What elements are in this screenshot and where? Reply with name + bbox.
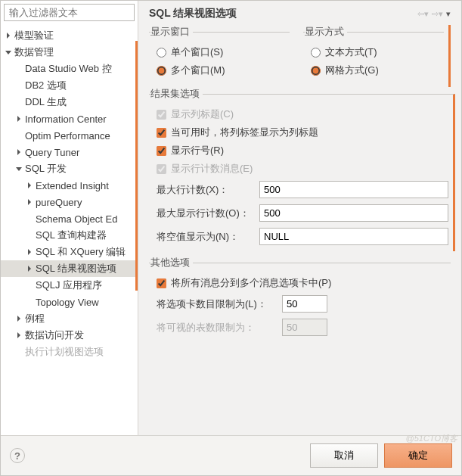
- tree-item-label: 数据访问开发: [25, 328, 84, 342]
- tree-item-label: 执行计划视图选项: [25, 345, 104, 359]
- twisty-none: [14, 131, 23, 140]
- twisty-closed-icon[interactable]: [4, 31, 13, 40]
- menu-icon[interactable]: ▾: [446, 9, 451, 19]
- show-row-count-msg-label: 显示行计数消息(E): [171, 162, 253, 176]
- twisty-closed-icon[interactable]: [14, 314, 23, 323]
- tree-item-label: Schema Object Ed: [36, 213, 117, 225]
- tree-item[interactable]: DB2 选项: [1, 77, 138, 94]
- twisty-none: [25, 231, 34, 240]
- text-mode-label: 文本方式(T): [325, 45, 377, 59]
- tree-item[interactable]: 数据访问开发: [1, 327, 138, 344]
- other-options-legend: 其他选项: [150, 256, 193, 269]
- twisty-none: [14, 81, 23, 90]
- show-col-headers-check: [157, 110, 166, 120]
- null-display-input[interactable]: [259, 228, 448, 245]
- max-row-count-label: 最大行计数(X)：: [157, 183, 255, 197]
- show-col-headers-label: 显示列标题(C): [171, 107, 234, 121]
- cancel-button[interactable]: 取消: [310, 443, 378, 468]
- tree-item[interactable]: Query Tuner: [1, 144, 138, 160]
- twisty-none: [14, 98, 23, 107]
- twisty-closed-icon[interactable]: [25, 264, 34, 273]
- twisty-none: [25, 214, 34, 223]
- tree-item-label: Query Tuner: [25, 147, 79, 158]
- tree-item[interactable]: SQL 查询构建器: [1, 227, 138, 244]
- tree-item-label: DB2 选项: [25, 79, 67, 92]
- tree-item-label: DDL 生成: [25, 95, 67, 109]
- show-row-numbers-check[interactable]: [157, 146, 166, 156]
- display-window-legend: 显示窗口: [150, 25, 193, 39]
- split-messages-check[interactable]: [157, 278, 166, 288]
- tree-item-label: SQL 查询构建器: [36, 229, 107, 242]
- forward-icon[interactable]: ⇨▾: [432, 9, 443, 19]
- twisty-closed-icon[interactable]: [14, 114, 23, 123]
- tree-item-label: 数据管理: [14, 45, 54, 59]
- nav-history: ⇦▾ ⇨▾ ▾: [417, 9, 451, 19]
- filter-input[interactable]: [8, 6, 138, 19]
- visible-table-limit-label: 将可视的表数限制为：: [157, 321, 278, 334]
- tree-item-label: SQL 开发: [25, 162, 67, 176]
- content-pane: SQL 结果视图选项 ⇦▾ ⇨▾ ▾ 显示窗口 单个窗口(S) 多个窗口(M) …: [138, 1, 461, 435]
- preferences-tree[interactable]: 模型验证数据管理Data Studio Web 控DB2 选项DDL 生成Inf…: [1, 24, 138, 435]
- tree-item[interactable]: SQL 和 XQuery 编辑: [1, 244, 138, 260]
- single-window-radio[interactable]: [157, 48, 166, 58]
- text-mode-radio[interactable]: [311, 48, 321, 58]
- tree-item[interactable]: 执行计划视图选项: [1, 344, 138, 360]
- grid-mode-label: 网格方式(G): [325, 64, 379, 77]
- display-mode-group: 显示方式 文本方式(T) 网格方式(G): [303, 25, 444, 82]
- tree-item-label: Optim Performance: [25, 130, 110, 142]
- grid-mode-radio[interactable]: [311, 66, 321, 76]
- tab-limit-label: 将选项卡数目限制为(L)：: [157, 297, 278, 311]
- tree-item[interactable]: pureQuery: [1, 194, 138, 210]
- tree-item-label: 例程: [25, 312, 45, 325]
- visible-table-limit-input: [282, 319, 327, 336]
- tree-item-label: SQLJ 应用程序: [36, 278, 102, 292]
- max-row-count-input[interactable]: [259, 181, 448, 198]
- tree-item[interactable]: SQL 开发: [1, 160, 138, 177]
- tree-item[interactable]: 数据管理: [1, 44, 138, 61]
- tree-item[interactable]: DDL 生成: [1, 94, 138, 110]
- tree-item[interactable]: SQLJ 应用程序: [1, 277, 138, 294]
- watermark: @51CTO博客: [406, 433, 457, 444]
- help-icon[interactable]: ?: [10, 448, 25, 463]
- tab-limit-input[interactable]: [282, 295, 327, 313]
- display-window-group: 显示窗口 单个窗口(S) 多个窗口(M): [149, 25, 290, 82]
- tree-item[interactable]: Extended Insight: [1, 177, 138, 194]
- back-icon[interactable]: ⇦▾: [417, 9, 429, 19]
- twisty-closed-icon[interactable]: [25, 247, 34, 257]
- preferences-tree-sidebar: 模型验证数据管理Data Studio Web 控DB2 选项DDL 生成Inf…: [1, 1, 138, 435]
- split-messages-label: 将所有消息分到多个消息选项卡中(P): [171, 276, 331, 290]
- tree-item[interactable]: Data Studio Web 控: [1, 61, 138, 77]
- tree-item[interactable]: Schema Object Ed: [1, 210, 138, 227]
- tree-item-label: Information Center: [25, 114, 107, 125]
- single-window-label: 单个窗口(S): [171, 45, 223, 59]
- filter-box[interactable]: [4, 4, 135, 21]
- max-display-row-count-label: 最大显示行计数(O)：: [157, 207, 255, 220]
- tree-item[interactable]: Optim Performance: [1, 127, 138, 144]
- tree-item[interactable]: Topology View: [1, 294, 138, 310]
- twisty-none: [14, 64, 23, 73]
- page-title: SQL 结果视图选项: [149, 7, 237, 20]
- tree-item-label: SQL 结果视图选项: [36, 262, 116, 275]
- resultset-group: 结果集选项 显示列标题(C) 当可用时，将列标签显示为列标题 显示行号(R) 显…: [149, 87, 455, 251]
- twisty-closed-icon[interactable]: [14, 148, 23, 157]
- twisty-open-icon[interactable]: [4, 48, 13, 57]
- other-options-group: 其他选项 将所有消息分到多个消息选项卡中(P) 将选项卡数目限制为(L)： 将可…: [149, 256, 451, 342]
- twisty-none: [25, 297, 34, 306]
- max-display-row-count-input[interactable]: [259, 204, 448, 222]
- tree-item[interactable]: 例程: [1, 310, 138, 327]
- resultset-legend: 结果集选项: [150, 87, 203, 101]
- labels-as-headers-check[interactable]: [157, 128, 166, 138]
- twisty-closed-icon[interactable]: [25, 198, 34, 207]
- tree-item[interactable]: 模型验证: [1, 27, 138, 44]
- tree-item-label: 模型验证: [14, 29, 54, 42]
- tree-item[interactable]: Information Center: [1, 110, 138, 127]
- twisty-closed-icon[interactable]: [14, 331, 23, 340]
- tree-item-label: Topology View: [36, 297, 99, 308]
- twisty-open-icon[interactable]: [14, 164, 23, 173]
- display-mode-legend: 显示方式: [305, 25, 347, 39]
- twisty-closed-icon[interactable]: [25, 181, 34, 190]
- tree-item[interactable]: SQL 结果视图选项: [1, 260, 138, 277]
- twisty-none: [25, 281, 34, 290]
- multi-window-radio[interactable]: [157, 66, 166, 76]
- ok-button[interactable]: 确定: [384, 443, 452, 468]
